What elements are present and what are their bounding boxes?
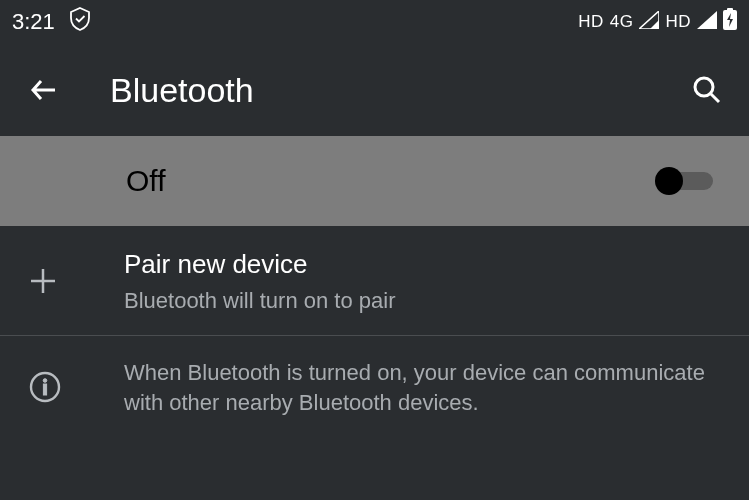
- bluetooth-state-label: Off: [126, 164, 659, 198]
- app-bar: Bluetooth: [0, 44, 749, 136]
- network-type: 4G: [610, 12, 634, 32]
- status-time: 3:21: [12, 9, 55, 35]
- hd-indicator-2: HD: [665, 12, 691, 32]
- bluetooth-info-text: When Bluetooth is turned on, your device…: [124, 358, 713, 417]
- bluetooth-info-row: When Bluetooth is turned on, your device…: [0, 335, 749, 437]
- svg-point-7: [43, 379, 47, 383]
- status-bar: 3:21 HD 4G HD: [0, 0, 749, 44]
- search-button[interactable]: [679, 74, 735, 106]
- pair-new-device-row[interactable]: Pair new device Bluetooth will turn on t…: [0, 226, 749, 335]
- bluetooth-switch[interactable]: [659, 167, 713, 195]
- hd-indicator-1: HD: [578, 12, 604, 32]
- pair-subtitle: Bluetooth will turn on to pair: [124, 286, 713, 316]
- svg-rect-8: [43, 384, 46, 395]
- pair-title: Pair new device: [124, 248, 713, 282]
- arrow-left-icon: [27, 73, 61, 107]
- page-title: Bluetooth: [74, 71, 679, 110]
- battery-charging-icon: [723, 8, 737, 36]
- shield-check-icon: [69, 7, 91, 37]
- signal-icon-2: [697, 9, 717, 35]
- signal-icon-1: [639, 9, 659, 35]
- plus-icon: [28, 266, 58, 296]
- back-button[interactable]: [14, 73, 74, 107]
- svg-point-2: [695, 78, 713, 96]
- bluetooth-toggle-row[interactable]: Off: [0, 136, 749, 226]
- svg-rect-1: [727, 8, 733, 11]
- search-icon: [691, 74, 723, 106]
- info-icon: [28, 370, 62, 404]
- svg-line-3: [711, 94, 719, 102]
